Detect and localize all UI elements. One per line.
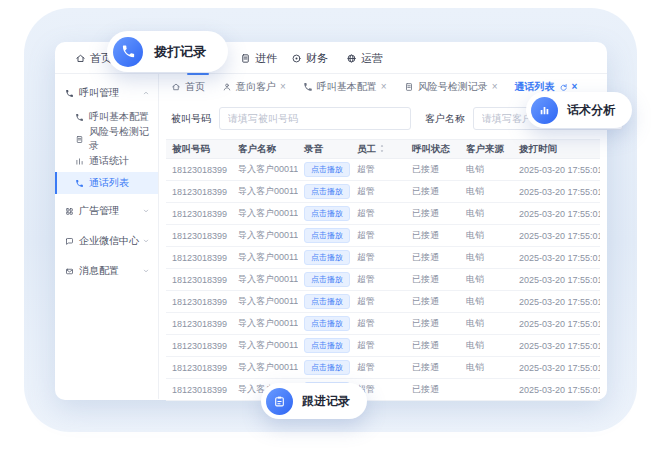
cell-dial-time: 2025-03-20 17:55:01 [513,313,600,335]
play-recording-button[interactable]: 点击播放 [304,294,350,310]
play-recording-button[interactable]: 点击播放 [304,272,350,288]
column-header: 呼叫状态 [406,140,460,159]
column-header-label: 被叫号码 [172,143,210,154]
cell-customer-name: 导入客户000113 [232,181,298,203]
cell-dial-time: 2025-03-20 17:55:01 [513,181,600,203]
table-row: 18123018399导入客户000113点击播放超管已接通电销2025-03-… [166,159,600,181]
close-icon[interactable]: × [492,82,498,92]
cell-employee: 超管 [351,203,406,225]
cell-called-number: 18123018399 [166,291,232,313]
play-recording-button[interactable]: 点击播放 [304,360,350,376]
person-icon [222,82,232,92]
table-row: 18123018399导入客户000113点击播放超管已接通电销2025-03-… [166,247,600,269]
column-header-label: 录音 [304,143,323,154]
doc-icon [75,135,84,144]
cell-called-number: 18123018399 [166,247,232,269]
cell-recording: 点击播放 [298,291,351,313]
script-analysis-badge[interactable]: 话术分析 [526,92,632,128]
play-recording-button[interactable]: 点击播放 [304,250,350,266]
cell-called-number: 18123018399 [166,335,232,357]
sort-icon[interactable] [378,144,386,153]
table-row: 18123018399导入客户000113点击播放超管已接通电销2025-03-… [166,181,600,203]
sidebar-item-call-statistics[interactable]: 通话统计 [55,150,158,172]
tab-label: 风险号检测记录 [418,80,488,94]
cell-customer-name: 导入客户000113 [232,203,298,225]
close-icon[interactable]: × [280,82,286,92]
cell-employee: 超管 [351,357,406,379]
cell-customer-source: 电销 [460,313,513,335]
tab-home[interactable]: 首页 [171,80,205,94]
sidebar-item-label: 企业微信中心 [79,234,139,248]
table-row: 18123018399导入客户000113点击播放超管已接通电销2025-03-… [166,313,600,335]
tab-label: 意向客户 [236,80,276,94]
nav-item-finance[interactable]: 财务 [291,42,328,74]
cell-call-status: 已接通 [406,225,460,247]
cell-recording: 点击播放 [298,335,351,357]
cell-call-status: 已接通 [406,247,460,269]
cell-called-number: 18123018399 [166,379,232,401]
play-recording-button[interactable]: 点击播放 [304,338,350,354]
column-header[interactable]: 员工 [351,140,406,159]
refresh-icon[interactable] [559,83,568,92]
chat-icon [65,237,74,246]
sidebar-item-call-list[interactable]: 通话列表 [55,172,158,194]
cell-called-number: 18123018399 [166,313,232,335]
play-recording-button[interactable]: 点击播放 [304,184,350,200]
dial-records-badge[interactable]: 拨打记录 [107,31,228,72]
column-header-label: 拨打时间 [519,143,557,154]
sidebar-item-risk-number-records[interactable]: 风险号检测记录 [55,128,158,150]
sidebar-item-call-management[interactable]: 呼叫管理 [55,80,158,106]
nav-item-operation[interactable]: 运营 [346,42,383,74]
app-window: 首页进件财务运营 呼叫管理呼叫基本配置风险号检测记录通话统计通话列表广告管理企业… [55,42,607,400]
close-icon[interactable]: × [572,82,578,92]
column-header: 被叫号码 [166,140,232,159]
column-header: 录音 [298,140,351,159]
app-body: 呼叫管理呼叫基本配置风险号检测记录通话统计通话列表广告管理企业微信中心消息配置 … [55,74,607,399]
sidebar-item-label: 广告管理 [79,204,119,218]
cell-dial-time: 2025-03-20 17:55:01 [513,159,600,181]
play-recording-button[interactable]: 点击播放 [304,206,350,222]
nav-item-label: 运营 [361,51,383,66]
table-row: 18123018399导入客户000113点击播放超管已接通电销2025-03-… [166,335,600,357]
cell-customer-source: 电销 [460,247,513,269]
screenshot-stage: 首页进件财务运营 呼叫管理呼叫基本配置风险号检测记录通话统计通话列表广告管理企业… [0,0,660,452]
nav-item-intake[interactable]: 进件 [240,42,277,74]
cell-customer-source: 电销 [460,291,513,313]
sidebar-item-ad-management[interactable]: 广告管理 [55,198,158,224]
cell-call-status: 已接通 [406,335,460,357]
called-number-input[interactable] [219,107,411,130]
phone-icon [113,37,143,67]
tab-call-basic-config[interactable]: 呼叫基本配置× [303,80,387,94]
play-recording-button[interactable]: 点击播放 [304,228,350,244]
tab-risk-number-records[interactable]: 风险号检测记录× [404,80,498,94]
cell-called-number: 18123018399 [166,357,232,379]
column-header-label: 员工 [357,143,376,154]
cell-customer-name: 导入客户000113 [232,291,298,313]
bar-chart-icon [531,97,558,124]
nav-item-label: 进件 [255,51,277,66]
play-recording-button[interactable]: 点击播放 [304,316,350,332]
column-header: 客户名称 [232,140,298,159]
cell-dial-time: 2025-03-20 17:55:01 [513,225,600,247]
home-icon [171,82,181,92]
tab-intent-customers[interactable]: 意向客户× [222,80,286,94]
chevron-up-icon [142,89,150,97]
sidebar: 呼叫管理呼叫基本配置风险号检测记录通话统计通话列表广告管理企业微信中心消息配置 [55,74,159,399]
phone-icon [75,179,84,188]
play-recording-button[interactable]: 点击播放 [304,162,350,178]
cell-customer-name: 导入客户000113 [232,225,298,247]
cell-call-status: 已接通 [406,181,460,203]
cell-dial-time: 2025-03-20 17:55:01 [513,379,600,401]
sidebar-item-wecom-center[interactable]: 企业微信中心 [55,228,158,254]
cell-call-status: 已接通 [406,313,460,335]
sidebar-item-label: 呼叫管理 [79,86,119,100]
sidebar-item-message-config[interactable]: 消息配置 [55,258,158,284]
cell-customer-name: 导入客户000113 [232,357,298,379]
filter-field-called-number: 被叫号码 [171,107,411,130]
close-icon[interactable]: × [381,82,387,92]
table-row: 18123018399导入客户000113点击播放超管已接通电销2025-03-… [166,269,600,291]
chevron-down-icon [142,237,150,245]
grid-icon [65,207,74,216]
filter-label: 被叫号码 [171,112,211,126]
follow-up-records-badge[interactable]: 跟进记录 [261,383,367,419]
